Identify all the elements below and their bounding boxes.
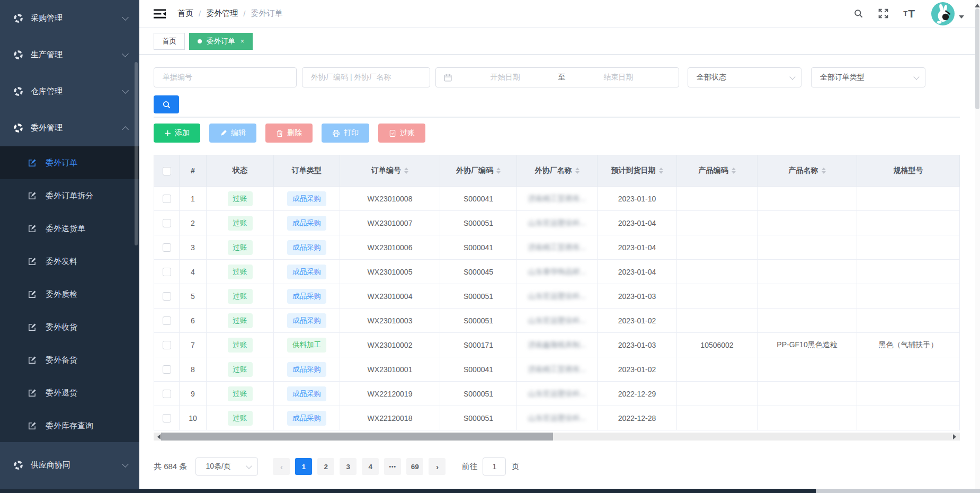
sidebar-item-supplier-collaboration[interactable]: 供应商协同 bbox=[0, 447, 139, 483]
page-button-4[interactable]: 4 bbox=[362, 458, 379, 475]
delete-button[interactable]: 删除 bbox=[265, 124, 313, 143]
edit-button[interactable]: 编辑 bbox=[209, 124, 256, 143]
table-row[interactable]: 2 过账 成品采购 WX23010007 S000051 山东宏远塑业科... … bbox=[154, 211, 960, 235]
col-product-name[interactable]: 产品名称 bbox=[758, 155, 857, 187]
scroll-left-icon[interactable] bbox=[155, 434, 161, 439]
scrollbar-thumb[interactable] bbox=[161, 433, 553, 441]
more-pages-icon[interactable]: ••• bbox=[384, 458, 401, 475]
start-date-placeholder[interactable]: 开始日期 bbox=[452, 73, 558, 82]
breadcrumb-module[interactable]: 委外管理 bbox=[206, 8, 238, 19]
sidebar-item-production[interactable]: 生产管理 bbox=[0, 37, 139, 73]
table-row[interactable]: 7 过账 供料加工 WX23010002 S000171 济南鑫隆模具制... … bbox=[154, 333, 960, 357]
row-checkbox[interactable] bbox=[163, 219, 171, 227]
button-label: 编辑 bbox=[231, 128, 246, 138]
col-product-code[interactable]: 产品编码 bbox=[677, 155, 758, 187]
post-button[interactable]: 过账 bbox=[378, 124, 425, 143]
goto-page-input[interactable] bbox=[483, 457, 506, 476]
row-checkbox[interactable] bbox=[163, 365, 171, 374]
tab-close-icon[interactable]: × bbox=[240, 38, 244, 45]
next-page-button[interactable]: › bbox=[429, 458, 446, 475]
table-row[interactable]: 4 过账 成品采购 WX23010005 S000045 山东泰华饰品材... … bbox=[154, 260, 960, 284]
tab-outsourcing-order[interactable]: 委外订单 × bbox=[189, 33, 253, 50]
module-icon bbox=[14, 124, 23, 133]
scrollbar-thumb[interactable] bbox=[0, 489, 816, 493]
sidebar-item-outsourcing-order[interactable]: 委外订单 bbox=[0, 146, 139, 179]
table-row[interactable]: 5 过账 成品采购 WX23010004 S000051 山东宏远塑业科... … bbox=[154, 284, 960, 309]
date-range-picker[interactable]: 开始日期 至 结束日期 bbox=[435, 67, 679, 87]
search-icon[interactable] bbox=[853, 8, 863, 19]
add-button[interactable]: 添加 bbox=[154, 124, 200, 143]
button-label: 删除 bbox=[287, 128, 302, 138]
page-vertical-scrollbar[interactable] bbox=[975, 0, 980, 489]
col-vendor-code[interactable]: 外协厂编码 bbox=[440, 155, 517, 187]
page-button-1[interactable]: 1 bbox=[295, 458, 312, 475]
table-row[interactable]: 8 过账 成品采购 WX23010001 S000041 济南精工贸易有... … bbox=[154, 357, 960, 382]
table-row[interactable]: 10 过账 成品采购 WX22120018 S000051 山东宏远塑业科...… bbox=[154, 406, 960, 430]
avatar[interactable] bbox=[931, 2, 955, 25]
row-checkbox[interactable] bbox=[163, 390, 171, 398]
tab-home[interactable]: 首页 bbox=[154, 33, 185, 50]
sort-icon[interactable] bbox=[659, 165, 663, 176]
table-horizontal-scrollbar[interactable] bbox=[154, 433, 960, 441]
row-checkbox[interactable] bbox=[163, 341, 171, 349]
sidebar-item-outsourcing-order-split[interactable]: 委外订单拆分 bbox=[0, 179, 139, 212]
order-type-select[interactable]: 全部订单类型 bbox=[811, 67, 925, 87]
sidebar-scrollbar-thumb[interactable] bbox=[135, 62, 138, 245]
sidebar-item-outsourcing-return[interactable]: 委外退货 bbox=[0, 376, 139, 409]
sidebar-item-outsourcing-inventory[interactable]: 委外库存查询 bbox=[0, 409, 139, 442]
sort-icon[interactable] bbox=[575, 165, 580, 176]
table-row[interactable]: 6 过账 成品采购 WX23010003 S000051 山东宏远塑业科... … bbox=[154, 309, 960, 333]
col-expected-date[interactable]: 预计到货日期 bbox=[598, 155, 677, 187]
table-row[interactable]: 9 过账 成品采购 WX22120019 S000051 山东宏远塑业科... … bbox=[154, 382, 960, 406]
font-size-icon[interactable]: TT bbox=[903, 7, 915, 20]
sort-icon[interactable] bbox=[822, 165, 826, 176]
scroll-right-icon[interactable] bbox=[953, 434, 959, 439]
row-checkbox[interactable] bbox=[163, 243, 171, 252]
sort-icon[interactable] bbox=[404, 165, 408, 176]
col-order-no[interactable]: 订单编号 bbox=[340, 155, 440, 187]
doc-no-input[interactable]: 单据编号 bbox=[154, 67, 297, 87]
page-button-last[interactable]: 69 bbox=[406, 458, 423, 475]
sidebar-item-purchase[interactable]: 采购管理 bbox=[0, 0, 139, 37]
sidebar-item-warehouse[interactable]: 仓库管理 bbox=[0, 73, 139, 110]
print-button[interactable]: 打印 bbox=[322, 124, 369, 143]
select-all-checkbox[interactable] bbox=[163, 167, 171, 175]
end-date-placeholder[interactable]: 结束日期 bbox=[566, 73, 672, 82]
sort-icon[interactable] bbox=[732, 165, 736, 176]
vendor-search-input[interactable]: 外协厂编码 | 外协厂名称 bbox=[302, 67, 430, 87]
sidebar-item-outsourcing[interactable]: 委外管理 bbox=[0, 110, 139, 146]
prev-page-button[interactable]: ‹ bbox=[273, 458, 290, 475]
scrollbar-thumb[interactable] bbox=[975, 8, 979, 109]
sidebar-collapse-icon[interactable] bbox=[154, 8, 166, 19]
table-row[interactable]: 1 过账 成品采购 WX23010008 S000041 济南精工贸易有... … bbox=[154, 187, 960, 211]
sidebar-item-outsourcing-delivery[interactable]: 委外送货单 bbox=[0, 212, 139, 245]
page-button-3[interactable]: 3 bbox=[340, 458, 357, 475]
order-type-badge: 成品采购 bbox=[287, 191, 326, 206]
search-button[interactable] bbox=[154, 95, 179, 113]
sidebar-item-outsourcing-receiving[interactable]: 委外收货 bbox=[0, 311, 139, 344]
col-spec: 规格型号 bbox=[857, 155, 960, 187]
page-size-select[interactable]: 10条/页 bbox=[195, 457, 258, 476]
row-checkbox[interactable] bbox=[163, 292, 171, 301]
row-checkbox[interactable] bbox=[163, 316, 171, 325]
status-select[interactable]: 全部状态 bbox=[688, 67, 801, 87]
status-badge: 过账 bbox=[228, 191, 253, 206]
page-button-2[interactable]: 2 bbox=[317, 458, 334, 475]
row-checkbox[interactable] bbox=[163, 414, 171, 422]
scroll-up-icon[interactable] bbox=[975, 1, 980, 7]
table-row[interactable]: 3 过账 成品采购 WX23010006 S000041 济南精工贸易有... … bbox=[154, 235, 960, 260]
sort-icon[interactable] bbox=[496, 165, 501, 176]
fullscreen-icon[interactable] bbox=[878, 8, 889, 19]
col-vendor-name[interactable]: 外协厂名称 bbox=[517, 155, 598, 187]
col-status: 状态 bbox=[207, 155, 274, 187]
sidebar-item-outsourcing-stocking[interactable]: 委外备货 bbox=[0, 344, 139, 376]
col-index: # bbox=[180, 155, 207, 187]
row-checkbox[interactable] bbox=[163, 195, 171, 203]
page-horizontal-scrollbar[interactable] bbox=[0, 489, 980, 493]
sidebar-item-outsourcing-material-issue[interactable]: 委外发料 bbox=[0, 245, 139, 278]
row-checkbox[interactable] bbox=[163, 268, 171, 276]
user-menu-caret-icon[interactable] bbox=[959, 15, 964, 21]
breadcrumb-home[interactable]: 首页 bbox=[177, 8, 193, 19]
edit-icon bbox=[220, 129, 227, 137]
sidebar-item-outsourcing-qc[interactable]: 委外质检 bbox=[0, 278, 139, 311]
